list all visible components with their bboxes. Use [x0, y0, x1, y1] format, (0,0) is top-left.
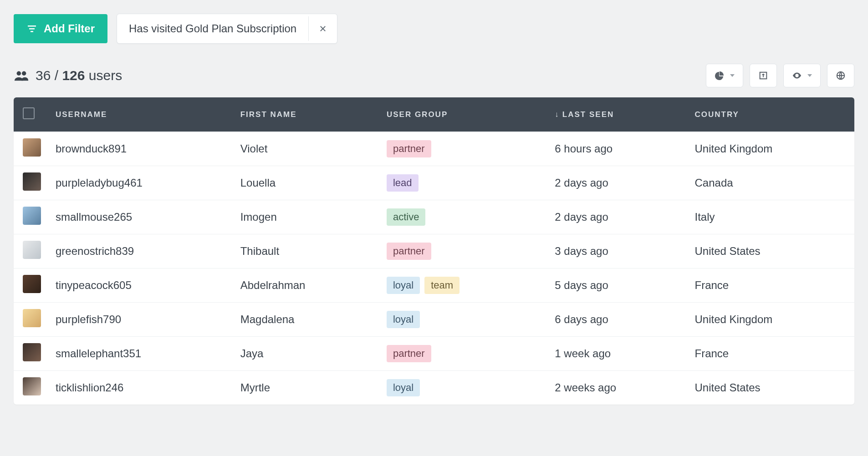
cell-country: United Kingdom: [686, 132, 854, 166]
avatar-cell: [14, 269, 46, 303]
svg-rect-2: [31, 31, 33, 32]
table-row[interactable]: purplefish790Magdalenaloyal6 days agoUni…: [14, 303, 854, 337]
cell-last-seen: 1 week ago: [546, 337, 685, 371]
close-icon: [319, 25, 327, 33]
tag-team: team: [424, 277, 460, 294]
cell-last-seen: 2 days ago: [546, 166, 685, 200]
cell-user-group: partner: [378, 234, 546, 269]
col-username[interactable]: USERNAME: [46, 97, 231, 132]
pie-chart-icon: [715, 71, 725, 81]
table-header-row: USERNAME FIRST NAME USER GROUP ↓LAST SEE…: [14, 97, 854, 132]
tag-active: active: [387, 208, 425, 226]
avatar: [23, 377, 41, 395]
user-count-summary: 36 / 126 users: [14, 68, 122, 83]
count-separator: /: [51, 68, 62, 83]
col-country-label: COUNTRY: [695, 110, 739, 119]
select-all-header[interactable]: [14, 97, 46, 132]
svg-point-6: [22, 71, 26, 76]
sort-desc-icon: ↓: [555, 110, 560, 119]
avatar-cell: [14, 132, 46, 166]
tag-partner: partner: [387, 140, 431, 157]
chart-button[interactable]: [706, 64, 743, 87]
globe-button[interactable]: [827, 64, 854, 87]
cell-last-seen: 2 days ago: [546, 200, 685, 234]
table-row[interactable]: ticklishlion246Myrtleloyal2 weeks agoUni…: [14, 371, 854, 405]
add-filter-label: Add Filter: [44, 22, 95, 35]
cell-username: brownduck891: [46, 132, 231, 166]
avatar-cell: [14, 166, 46, 200]
cell-user-group: active: [378, 200, 546, 234]
checkbox-icon: [23, 107, 35, 119]
table-row[interactable]: brownduck891Violetpartner6 hours agoUnit…: [14, 132, 854, 166]
cell-user-group: loyal: [378, 303, 546, 337]
col-username-label: USERNAME: [56, 110, 107, 119]
filtered-count: 36: [36, 68, 51, 83]
table-row[interactable]: greenostrich839Thibaultpartner3 days ago…: [14, 234, 854, 269]
cell-last-seen: 5 days ago: [546, 269, 685, 303]
cell-first-name: Abdelrahman: [231, 269, 378, 303]
visibility-button[interactable]: [783, 64, 821, 87]
cell-last-seen: 6 days ago: [546, 303, 685, 337]
svg-rect-1: [29, 28, 35, 30]
cell-first-name: Myrtle: [231, 371, 378, 405]
table-row[interactable]: smallmouse265Imogenactive2 days agoItaly: [14, 200, 854, 234]
summary-row: 36 / 126 users: [14, 64, 854, 87]
tag-loyal: loyal: [387, 311, 420, 328]
cell-last-seen: 3 days ago: [546, 234, 685, 269]
cell-username: smallelephant351: [46, 337, 231, 371]
filter-chip[interactable]: Has visited Gold Plan Subscription: [117, 14, 337, 44]
avatar-cell: [14, 371, 46, 405]
tag-loyal: loyal: [387, 379, 420, 396]
tag-partner: partner: [387, 243, 431, 260]
table-row[interactable]: purpleladybug461Louellalead2 days agoCan…: [14, 166, 854, 200]
count-noun: users: [89, 68, 122, 83]
svg-rect-0: [28, 25, 36, 27]
avatar: [23, 138, 41, 157]
total-count: 126: [62, 68, 85, 83]
table-row[interactable]: smallelephant351Jayapartner1 week agoFra…: [14, 337, 854, 371]
col-last-seen[interactable]: ↓LAST SEEN: [546, 97, 685, 132]
cell-country: United States: [686, 234, 854, 269]
cell-username: tinypeacock605: [46, 269, 231, 303]
cell-last-seen: 2 weeks ago: [546, 371, 685, 405]
cell-user-group: loyal: [378, 371, 546, 405]
cell-user-group: partner: [378, 132, 546, 166]
avatar-cell: [14, 337, 46, 371]
users-icon: [14, 70, 29, 81]
cell-country: France: [686, 269, 854, 303]
export-button[interactable]: [750, 64, 777, 87]
users-table: USERNAME FIRST NAME USER GROUP ↓LAST SEE…: [14, 97, 854, 405]
cell-username: purpleladybug461: [46, 166, 231, 200]
avatar-cell: [14, 200, 46, 234]
cell-last-seen: 6 hours ago: [546, 132, 685, 166]
globe-icon: [836, 71, 846, 81]
col-first-name[interactable]: FIRST NAME: [231, 97, 378, 132]
eye-icon: [792, 71, 802, 81]
col-last-seen-label: LAST SEEN: [562, 110, 614, 119]
cell-country: Canada: [686, 166, 854, 200]
avatar: [23, 275, 41, 293]
col-user-group-label: USER GROUP: [387, 110, 448, 119]
cell-country: Italy: [686, 200, 854, 234]
cell-first-name: Louella: [231, 166, 378, 200]
cell-country: United Kingdom: [686, 303, 854, 337]
filter-chip-label: Has visited Gold Plan Subscription: [117, 14, 308, 43]
tag-lead: lead: [387, 174, 419, 192]
export-icon: [758, 71, 768, 81]
filter-chip-remove[interactable]: [308, 16, 337, 41]
chevron-down-icon: [730, 74, 735, 77]
col-first-name-label: FIRST NAME: [240, 110, 297, 119]
table-row[interactable]: tinypeacock605Abdelrahmanloyalteam5 days…: [14, 269, 854, 303]
cell-country: France: [686, 337, 854, 371]
col-country[interactable]: COUNTRY: [686, 97, 854, 132]
avatar: [23, 172, 41, 191]
add-filter-button[interactable]: Add Filter: [14, 14, 107, 43]
cell-first-name: Jaya: [231, 337, 378, 371]
cell-country: United States: [686, 371, 854, 405]
avatar-cell: [14, 303, 46, 337]
cell-username: greenostrich839: [46, 234, 231, 269]
avatar: [23, 343, 41, 361]
avatar: [23, 207, 41, 225]
table-actions: [706, 64, 854, 87]
col-user-group[interactable]: USER GROUP: [378, 97, 546, 132]
